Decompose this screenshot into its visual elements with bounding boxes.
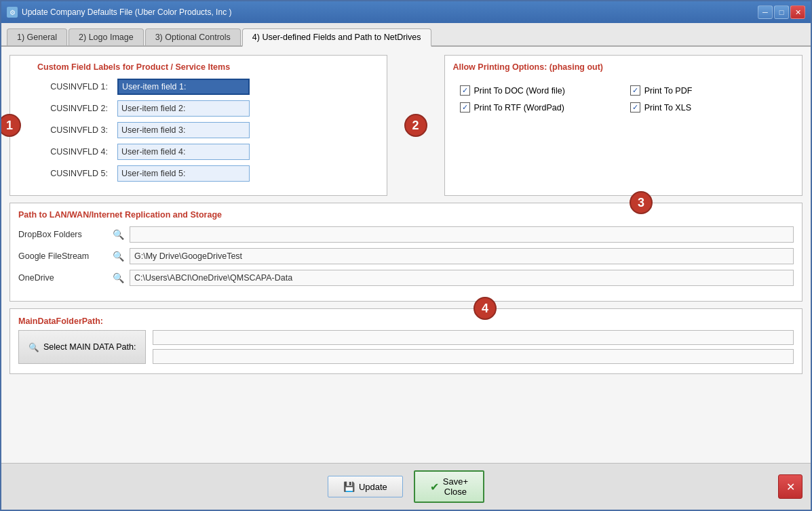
field-row-2: CUSINVFLD 2: <box>37 100 379 117</box>
select-main-label: Select MAIN DATA Path: <box>43 342 136 352</box>
field-row-1: CUSINVFLD 1: <box>37 79 379 95</box>
google-search-icon[interactable]: 🔍 <box>112 250 124 262</box>
onedrive-input[interactable] <box>130 270 794 286</box>
title-bar: ⚙ Update Company Defaults File (Uber Col… <box>1 1 811 23</box>
update-button[interactable]: Update <box>328 476 403 497</box>
field-input-2[interactable] <box>117 100 250 117</box>
field-row-5: CUSINVFLD 5: <box>37 165 379 182</box>
print-label-0: Print To DOC (Word file) <box>474 86 565 96</box>
main-data-input-2[interactable] <box>153 349 794 364</box>
tab-general[interactable]: 1) General <box>7 28 67 45</box>
field-label-4: CUSINVFLD 4: <box>37 147 112 157</box>
field-input-5[interactable] <box>117 165 250 182</box>
main-window: ⚙ Update Company Defaults File (Uber Col… <box>0 0 812 511</box>
main-content: 1 Custom Field Labels for Product / Serv… <box>1 47 811 463</box>
print-checkbox-0[interactable]: ✓ <box>460 85 470 96</box>
tab-optional[interactable]: 3) Optional Controls <box>145 28 241 45</box>
main-data-inner: 🔍 Select MAIN DATA Path: <box>18 330 794 364</box>
window-icon: ⚙ <box>7 7 18 18</box>
dropbox-search-icon[interactable]: 🔍 <box>112 228 124 241</box>
maximize-button[interactable]: □ <box>774 5 789 19</box>
custom-fields-title: Custom Field Labels for Product / Servic… <box>37 62 379 72</box>
badge-2-container: 2 <box>395 55 436 196</box>
field-label-1: CUSINVFLD 1: <box>37 82 112 91</box>
tab-bar: 1) General 2) Logo Image 3) Optional Con… <box>1 23 811 47</box>
storage-title: Path to LAN/WAN/Internet Replication and… <box>18 210 794 220</box>
print-checkbox-3[interactable]: ✓ <box>630 102 640 113</box>
print-options-title: Allow Printing Options: (phasing out) <box>453 62 794 72</box>
print-label-3: Print To XLS <box>644 103 691 113</box>
custom-fields-section: 1 Custom Field Labels for Product / Serv… <box>9 55 387 196</box>
main-data-section: 4 MainDataFolderPath: 🔍 Select MAIN DATA… <box>9 308 803 374</box>
storage-label-0: DropBox Folders <box>18 230 107 239</box>
tab-logo[interactable]: 2) Logo Image <box>69 28 144 45</box>
print-item-0: ✓ Print To DOC (Word file) <box>460 85 617 96</box>
window-close-button[interactable]: ✕ <box>790 5 805 19</box>
google-input[interactable] <box>130 248 794 264</box>
check-icon: ✔ <box>430 481 439 493</box>
main-data-input-1[interactable] <box>153 330 794 345</box>
field-label-2: CUSINVFLD 2: <box>37 104 112 113</box>
field-input-4[interactable] <box>117 144 250 160</box>
top-sections: 1 Custom Field Labels for Product / Serv… <box>9 55 803 196</box>
save-close-label: Save+Close <box>443 476 468 497</box>
field-row-3: CUSINVFLD 3: <box>37 122 379 138</box>
badge-3: 3 <box>630 191 653 214</box>
field-label-5: CUSINVFLD 5: <box>37 169 112 178</box>
print-label-1: Print To PDF <box>644 86 693 96</box>
badge-1: 1 <box>1 114 21 137</box>
select-main-data-button[interactable]: 🔍 Select MAIN DATA Path: <box>18 330 146 364</box>
storage-label-1: Google FileStream <box>18 251 107 261</box>
print-checkbox-2[interactable]: ✓ <box>460 102 470 113</box>
update-label: Update <box>359 482 387 492</box>
main-data-inputs <box>153 330 794 364</box>
print-label-2: Print To RTF (WordPad) <box>474 103 564 113</box>
storage-section: 3 Path to LAN/WAN/Internet Replication a… <box>9 203 803 302</box>
field-input-1[interactable] <box>117 79 250 95</box>
search-icon-btn: 🔍 <box>28 342 39 352</box>
print-checkbox-1[interactable]: ✓ <box>630 85 640 96</box>
print-options-section: Allow Printing Options: (phasing out) ✓ … <box>444 55 803 196</box>
field-label-3: CUSINVFLD 3: <box>37 125 112 135</box>
title-bar-controls: ─ □ ✕ <box>758 5 805 19</box>
title-bar-left: ⚙ Update Company Defaults File (Uber Col… <box>7 7 231 18</box>
badge-4: 4 <box>473 297 497 320</box>
badge-2: 2 <box>404 114 427 137</box>
footer: Update ✔ Save+Close ✕ <box>1 463 811 510</box>
tab-userfields[interactable]: 4) User-defined Fields and Path to NetDr… <box>242 28 431 47</box>
print-item-3: ✓ Print To XLS <box>630 102 787 113</box>
floppy-icon <box>343 481 355 492</box>
storage-row-1: Google FileStream 🔍 <box>18 248 794 264</box>
storage-row-0: DropBox Folders 🔍 <box>18 226 794 243</box>
save-close-button[interactable]: ✔ Save+Close <box>414 470 484 503</box>
print-options-grid: ✓ Print To DOC (Word file) ✓ Print To PD… <box>453 79 794 119</box>
print-item-1: ✓ Print To PDF <box>630 85 787 96</box>
onedrive-search-icon[interactable]: 🔍 <box>112 272 124 284</box>
window-title: Update Company Defaults File (Uber Color… <box>22 7 231 17</box>
main-data-title: MainDataFolderPath: <box>18 316 103 326</box>
print-item-2: ✓ Print To RTF (WordPad) <box>460 102 617 113</box>
field-input-3[interactable] <box>117 122 250 138</box>
dropbox-input[interactable] <box>130 226 794 243</box>
minimize-button[interactable]: ─ <box>758 5 773 19</box>
footer-close-button[interactable]: ✕ <box>778 474 803 499</box>
storage-label-2: OneDrive <box>18 273 107 283</box>
field-row-4: CUSINVFLD 4: <box>37 144 379 160</box>
storage-row-2: OneDrive 🔍 <box>18 270 794 286</box>
